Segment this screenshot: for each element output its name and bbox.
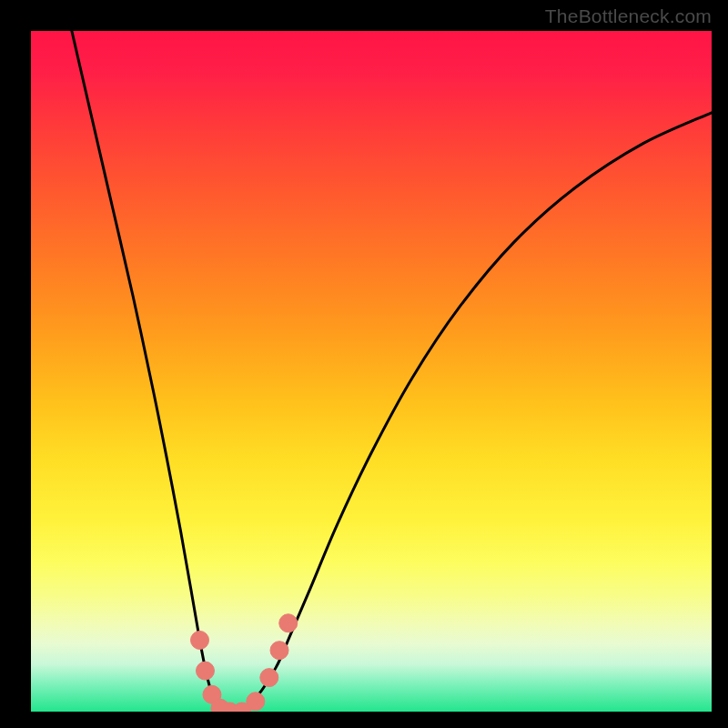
plot-area — [31, 31, 712, 712]
valley-dot — [247, 693, 265, 711]
watermark-text: TheBottleneck.com — [545, 5, 712, 27]
bottleneck-curve — [31, 31, 712, 712]
valley-dot — [270, 642, 288, 660]
valley-dot — [191, 631, 209, 649]
valley-dot — [260, 669, 278, 687]
valley-dot — [279, 614, 298, 632]
valley-dot — [196, 662, 214, 680]
chart-frame: TheBottleneck.com — [0, 0, 728, 728]
